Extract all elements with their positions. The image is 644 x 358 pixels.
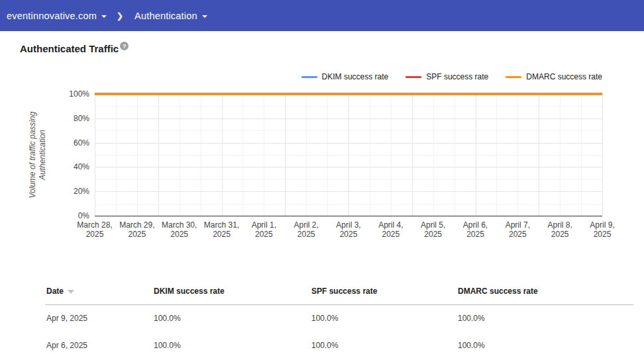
- authentication-table: Date DKIM success rate SPF success rate …: [45, 287, 633, 358]
- column-header-dmarc[interactable]: DMARC success rate: [458, 287, 633, 305]
- gridline-vertical: [602, 94, 603, 216]
- y-axis-labels: 0%20%40%60%80%100%: [0, 94, 89, 216]
- legend-label: SPF success rate: [426, 72, 488, 81]
- y-axis-tick-label: 40%: [0, 162, 89, 171]
- legend-label: DKIM success rate: [322, 72, 389, 81]
- chart-plot: [95, 94, 602, 216]
- domain-selector-label: eventinnovative.com: [7, 11, 97, 21]
- help-icon[interactable]: ?: [120, 42, 129, 50]
- cell-date: Apr 9, 2025: [45, 305, 154, 332]
- sort-desc-icon: [68, 290, 74, 294]
- cell-value: 100.0%: [154, 332, 311, 358]
- legend-label: DMARC success rate: [526, 72, 602, 81]
- y-axis-tick-label: 80%: [0, 114, 89, 123]
- cell-value: 100.0%: [458, 305, 633, 332]
- page-title: Authenticated Traffic: [20, 43, 119, 54]
- legend-swatch-dmarc-success-rate: [506, 76, 521, 78]
- column-header-date[interactable]: Date: [45, 287, 154, 305]
- column-header-spf[interactable]: SPF success rate: [311, 287, 458, 305]
- series-lines: [95, 94, 602, 216]
- y-axis-tick-label: 0%: [0, 211, 89, 220]
- domain-selector[interactable]: eventinnovative.com: [7, 11, 107, 21]
- x-axis-labels: March 28,2025March 29,2025March 30,2025M…: [95, 220, 602, 242]
- cell-value: 100.0%: [154, 305, 311, 332]
- legend-item-dmarc-success-rate: DMARC success rate: [506, 72, 602, 81]
- x-axis-tick-label: April 9,2025: [574, 220, 630, 239]
- title-row: Authenticated Traffic ?: [20, 43, 644, 54]
- table-header-row: Date DKIM success rate SPF success rate …: [45, 287, 633, 305]
- cell-value: 100.0%: [458, 332, 633, 358]
- column-header-dkim[interactable]: DKIM success rate: [154, 287, 311, 305]
- legend-swatch-dkim-success-rate: [301, 76, 317, 78]
- section-selector-label: Authentication: [134, 11, 197, 21]
- legend-swatch-spf-success-rate: [405, 76, 421, 78]
- cell-value: 100.0%: [311, 332, 458, 358]
- breadcrumb-chevron-icon: ❯: [117, 11, 123, 21]
- table-body: Apr 9, 2025100.0%100.0%100.0%Apr 6, 2025…: [45, 305, 633, 358]
- cell-value: 100.0%: [311, 305, 458, 332]
- chevron-down-icon: [101, 15, 107, 18]
- topbar: eventinnovative.com ❯ Authentication: [0, 0, 644, 31]
- chart-legend: DKIM success rateSPF success rateDMARC s…: [301, 72, 602, 81]
- chevron-down-icon: [202, 15, 207, 18]
- y-axis-tick-label: 60%: [0, 138, 89, 148]
- authenticated-traffic-chart: DKIM success rateSPF success rateDMARC s…: [0, 64, 644, 250]
- y-axis-tick-label: 100%: [0, 89, 89, 99]
- section-selector[interactable]: Authentication: [134, 11, 207, 21]
- y-axis-tick-label: 20%: [0, 187, 89, 196]
- table-row: Apr 9, 2025100.0%100.0%100.0%: [45, 305, 633, 332]
- cell-date: Apr 6, 2025: [45, 332, 154, 358]
- table-row: Apr 6, 2025100.0%100.0%100.0%: [45, 332, 633, 358]
- legend-item-spf-success-rate: SPF success rate: [405, 72, 488, 81]
- authentication-table-section: Date DKIM success rate SPF success rate …: [45, 287, 633, 358]
- legend-item-dkim-success-rate: DKIM success rate: [301, 72, 389, 81]
